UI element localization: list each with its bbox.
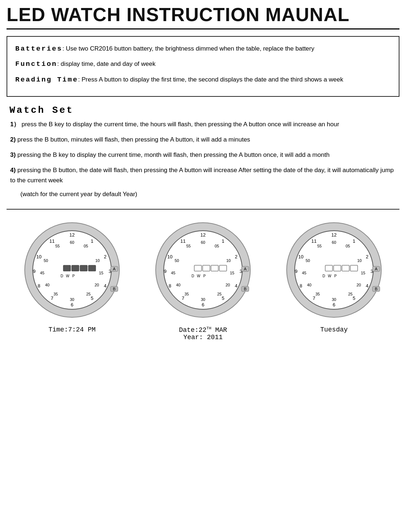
svg-text:B: B [113,287,115,291]
svg-text:15: 15 [230,271,234,275]
svg-text:55: 55 [55,244,60,248]
step-4-num: 4) [10,167,17,174]
svg-text:25: 25 [348,292,353,296]
svg-text:11: 11 [180,238,186,244]
svg-text:05: 05 [346,244,350,248]
svg-text:10: 10 [226,258,231,263]
svg-text:20: 20 [226,283,230,287]
step-4-text: pressing the B button, the date will fla… [10,167,394,184]
svg-text:1: 1 [353,238,355,244]
svg-rect-104 [334,265,341,271]
svg-text:5: 5 [222,295,224,301]
svg-text:20: 20 [357,283,361,287]
reading-label: Reading Time [15,76,78,84]
svg-text:10: 10 [95,258,100,263]
batteries-label: Batteries [15,45,63,53]
svg-text:W: W [66,274,69,278]
function-row: Function: display time, date and day of … [15,59,391,70]
function-text: : display time, date and day of week [57,60,155,67]
note-text: (watch for the current year by default Y… [20,191,399,198]
svg-text:8: 8 [37,283,40,289]
svg-text:10: 10 [298,254,303,259]
watch-item-2: 12 1 2 3 4 5 6 7 8 9 10 11 55 60 05 50 1… [145,219,261,341]
svg-rect-68 [211,265,218,271]
svg-text:45: 45 [40,271,44,275]
svg-text:40: 40 [307,283,311,287]
svg-text:9: 9 [33,269,35,274]
svg-text:12: 12 [331,232,337,238]
svg-text:15: 15 [361,271,365,275]
step-4: 4) pressing the B button, the date will … [10,165,399,186]
svg-text:50: 50 [44,258,48,263]
svg-text:W: W [328,274,331,278]
svg-rect-103 [325,265,333,271]
page-title: LED WATCH INSTRUCTION MAUNAL [7,4,399,29]
svg-text:W: W [197,274,200,278]
svg-text:40: 40 [176,283,180,287]
svg-text:45: 45 [302,271,306,275]
step-2: 2) press the B button, minutes will flas… [10,135,399,145]
watch-item-1: 12 1 2 3 4 5 6 7 8 9 10 [14,219,130,333]
svg-text:10: 10 [357,258,362,263]
svg-text:4: 4 [366,283,368,289]
svg-text:15: 15 [99,271,103,275]
svg-text:5: 5 [91,295,93,301]
svg-text:D: D [191,274,194,278]
step-3-text: pressing the B key to display the curren… [17,151,330,158]
svg-text:D: D [60,274,63,278]
batteries-text: : Use two CR2016 button battery, the bri… [63,45,314,52]
svg-rect-29 [63,265,71,271]
svg-text:11: 11 [311,238,317,244]
svg-text:9: 9 [164,269,166,274]
svg-text:A: A [375,267,378,271]
reading-text: : Press A button to display the first ti… [78,76,343,83]
svg-text:2: 2 [104,254,106,259]
svg-text:B: B [375,287,377,291]
svg-text:8: 8 [299,283,302,289]
svg-text:60: 60 [70,240,74,245]
svg-text:35: 35 [184,292,189,296]
svg-text:12: 12 [200,232,206,238]
svg-rect-32 [88,265,96,271]
svg-text:D: D [322,274,325,278]
svg-rect-105 [342,265,349,271]
svg-text:9: 9 [295,269,297,274]
svg-text:5: 5 [353,295,355,301]
svg-text:8: 8 [168,283,171,289]
svg-rect-31 [80,265,87,271]
steps-list: 1） press the B key to display the curren… [10,119,399,198]
svg-text:P: P [72,274,75,278]
svg-text:30: 30 [332,297,336,302]
batteries-row: Batteries: Use two CR2016 button battery… [15,43,391,54]
step-3: 3) pressing the B key to display the cur… [10,150,399,160]
svg-text:4: 4 [235,283,237,289]
svg-text:7: 7 [313,295,315,301]
svg-text:35: 35 [53,292,58,296]
svg-text:05: 05 [84,244,88,248]
svg-text:P: P [334,274,337,278]
svg-text:50: 50 [306,258,310,263]
step-2-text: press the B button, minutes will flash, … [17,136,250,143]
svg-text:6: 6 [333,302,335,307]
svg-text:60: 60 [332,240,336,245]
svg-text:10: 10 [167,254,172,259]
watch-set-title: Watch Set [9,105,399,116]
watch-2-label: Date:22TH MARYear: 2011 [179,326,227,341]
svg-text:10: 10 [36,254,41,259]
svg-text:50: 50 [175,258,179,263]
watch-1-label: Time:7:24 PM [48,326,96,333]
step-3-num: 3) [10,151,17,158]
watch-3-label: Tuesday [320,326,348,333]
svg-text:55: 55 [317,244,322,248]
svg-text:30: 30 [70,297,74,302]
svg-text:6: 6 [202,302,204,307]
svg-text:05: 05 [215,244,219,248]
watch-svg-1: 12 1 2 3 4 5 6 7 8 9 10 [21,219,123,321]
svg-rect-69 [219,265,227,271]
svg-text:25: 25 [86,292,91,296]
svg-text:45: 45 [171,271,175,275]
svg-rect-106 [350,265,358,271]
svg-rect-66 [194,265,202,271]
function-label: Function [15,60,57,68]
step-1: 1） press the B key to display the curren… [10,119,399,130]
